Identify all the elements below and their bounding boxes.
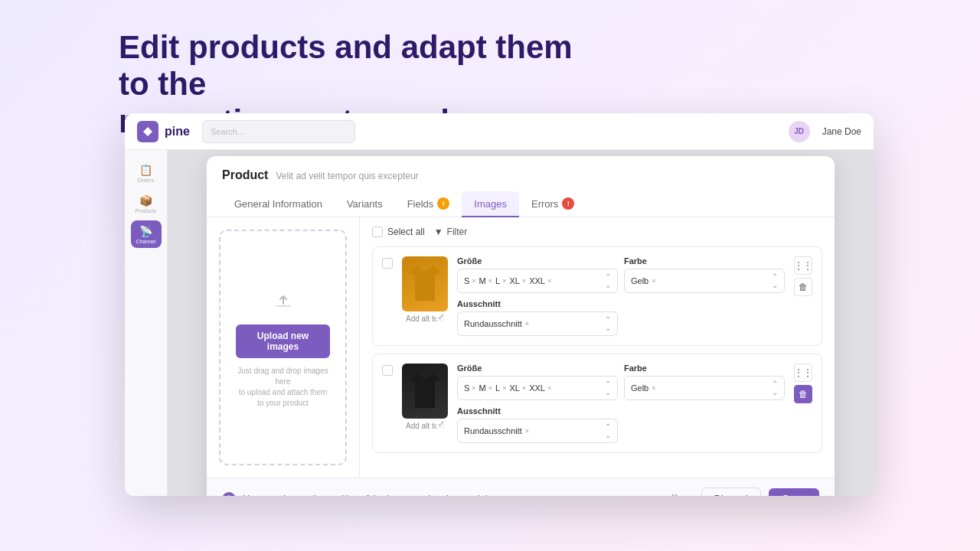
product-2-check[interactable]: [382, 364, 393, 376]
product-1-image-wrap: ⤢ Add alt text: [402, 256, 448, 323]
modal-subtitle: Velit ad velit tempor quis excepteur: [276, 171, 418, 181]
size-tag-xl: XL ×: [509, 383, 526, 393]
product-2-grosse-field: Größe S × M × L × XL × XXL × ⌃⌄: [457, 364, 618, 400]
sidebar: 📋 Orders 📦 Products 📡 Channel: [125, 150, 168, 496]
product-1-delete-button[interactable]: 🗑: [794, 278, 812, 296]
product-2-farbe-select[interactable]: Gelb × ⌃⌄: [624, 376, 785, 400]
product-1-image: [402, 256, 448, 311]
product-2-size-tags[interactable]: S × M × L × XL × XXL × ⌃⌄: [457, 376, 618, 400]
product-2-ausschnitt-select[interactable]: Rundausschnitt × ⌃⌄: [457, 419, 618, 443]
product-2-delete-button[interactable]: 🗑: [794, 385, 812, 403]
size-tag-m: M ×: [479, 276, 492, 285]
logo-name: pine: [165, 125, 190, 139]
product-1-ausschnitt-field: Ausschnitt Rundausschnitt × ⌃⌄: [457, 299, 618, 336]
user-avatar: JD: [789, 121, 810, 142]
product-2-more-button[interactable]: ⋮⋮: [794, 364, 812, 382]
product-item: ⤢ Add alt text Größe S × M ×: [372, 246, 822, 346]
tab-general-information[interactable]: General Information: [222, 191, 335, 217]
tab-images[interactable]: Images: [462, 191, 519, 217]
product-2-image-wrap: ⤢ Add alt text: [402, 364, 448, 430]
product-1-grosse-field: Größe S × M × L × XL × XXL × ⌃⌄: [457, 256, 618, 293]
app-layout: 📋 Orders 📦 Products 📡 Channel: [125, 150, 874, 496]
farbe-gelb: Gelb ×: [631, 276, 656, 285]
modal-header: Product Velit ad velit tempor quis excep…: [207, 156, 835, 217]
modal-footer: i You can change the position of the ima…: [207, 478, 835, 496]
product-2-ausschnitt-field: Ausschnitt Rundausschnitt × ⌃⌄: [457, 406, 618, 443]
products-toolbar: Select all ▼ Filter: [372, 227, 822, 237]
user-name: Jane Doe: [822, 126, 861, 137]
product-modal: Product Velit ad velit tempor quis excep…: [207, 156, 835, 496]
size-tag-xl: XL ×: [509, 276, 526, 285]
product-item: ⤢ Add alt text Größe S × M ×: [372, 354, 822, 453]
modal-tabs: General Information Variants Fields ! Im…: [222, 191, 819, 217]
footer-info-icon: i: [222, 492, 236, 497]
grosse-arrow[interactable]: ⌃⌄: [605, 272, 611, 289]
product-1-ausschnitt-select[interactable]: Rundausschnitt × ⌃⌄: [457, 311, 618, 336]
product-1-actions: ⋮⋮ 🗑: [794, 256, 812, 296]
products-list: Select all ▼ Filter: [360, 217, 835, 478]
modal-body: Upload new images Just drag and drop ima…: [207, 217, 835, 478]
size-tag-l: L ×: [495, 276, 506, 285]
search-bar[interactable]: Search...: [202, 120, 355, 143]
app-logo: pine: [137, 121, 190, 142]
channel-icon: 📡: [139, 225, 152, 237]
app-window: pine Search... JD Jane Doe 📋 Orders 📦 Pr…: [125, 113, 874, 496]
sidebar-item-orders[interactable]: 📋 Orders: [131, 159, 162, 187]
size-tag-xxl: XXL ×: [529, 276, 551, 285]
product-1-size-tags[interactable]: S × M × L × XL × XXL × ⌃⌄: [457, 269, 618, 293]
product-1-expand-icon[interactable]: ⤢: [436, 311, 446, 321]
product-1-fields: Größe S × M × L × XL × XXL × ⌃⌄: [457, 256, 785, 336]
svg-rect-0: [276, 305, 291, 307]
size-tag-s: S ×: [464, 383, 476, 393]
footer-message: You can change the position of the image…: [243, 494, 663, 497]
tab-variants[interactable]: Variants: [335, 191, 395, 217]
logo-icon: [137, 121, 158, 142]
tab-errors[interactable]: Errors !: [519, 191, 586, 217]
modal-title-row: Product Velit ad velit tempor quis excep…: [222, 168, 819, 182]
upload-dropzone[interactable]: Upload new images Just drag and drop ima…: [219, 230, 347, 465]
product-1-more-button[interactable]: ⋮⋮: [794, 256, 812, 275]
farbe-2-arrow[interactable]: ⌃⌄: [772, 380, 778, 396]
product-2-image: [402, 364, 448, 419]
footer-close-button[interactable]: ×: [686, 492, 693, 497]
upload-icon: [271, 287, 296, 317]
product-2-farbe-field: Farbe Gelb × ⌃⌄: [624, 364, 785, 400]
discard-button[interactable]: Discard: [701, 487, 761, 496]
farbe-arrow[interactable]: ⌃⌄: [772, 272, 778, 289]
product-2-expand-icon[interactable]: ⤢: [436, 419, 446, 429]
ausschnitt-value: Rundausschnitt ×: [464, 319, 529, 328]
farbe-2-gelb: Gelb ×: [631, 383, 656, 393]
products-icon: 📦: [139, 194, 152, 207]
fields-badge: !: [437, 197, 449, 210]
footer-drag-icon: ⠿: [671, 493, 678, 497]
modal-overlay: Product Velit ad velit tempor quis excep…: [168, 150, 874, 496]
save-button[interactable]: Save: [769, 488, 819, 496]
upload-hint: Just drag and drop images here to upload…: [236, 366, 330, 409]
size-tag-s: S ×: [464, 276, 476, 285]
tab-fields[interactable]: Fields !: [395, 191, 462, 217]
main-content: Product Velit ad velit tempor quis excep…: [168, 150, 874, 496]
ausschnitt-arrow[interactable]: ⌃⌄: [605, 315, 611, 332]
select-all-checkbox[interactable]: [372, 227, 383, 237]
product-1-farbe-field: Farbe Gelb × ⌃⌄: [624, 256, 785, 293]
modal-title: Product: [222, 168, 268, 182]
product-2-actions: ⋮⋮ 🗑: [794, 364, 812, 403]
size-tag-xxl: XXL ×: [529, 383, 551, 393]
filter-button[interactable]: ▼ Filter: [434, 227, 468, 237]
size-tag-l: L ×: [495, 383, 506, 393]
product-1-farbe-select[interactable]: Gelb × ⌃⌄: [624, 269, 785, 293]
ausschnitt-2-arrow[interactable]: ⌃⌄: [605, 422, 611, 439]
product-2-fields: Größe S × M × L × XL × XXL × ⌃⌄: [457, 364, 785, 443]
upload-new-images-button[interactable]: Upload new images: [236, 324, 330, 358]
filter-icon: ▼: [434, 227, 443, 237]
sidebar-item-products[interactable]: 📦 Products: [131, 190, 162, 217]
sidebar-item-channel[interactable]: 📡 Channel: [131, 220, 162, 248]
app-navbar: pine Search... JD Jane Doe: [125, 113, 874, 150]
errors-badge: !: [562, 197, 574, 210]
select-all-label[interactable]: Select all: [372, 227, 425, 237]
upload-area: Upload new images Just drag and drop ima…: [207, 217, 360, 478]
grosse-2-arrow[interactable]: ⌃⌄: [605, 380, 611, 396]
orders-icon: 📋: [139, 164, 152, 176]
product-1-check[interactable]: [382, 256, 393, 269]
size-tag-m: M ×: [479, 383, 492, 393]
